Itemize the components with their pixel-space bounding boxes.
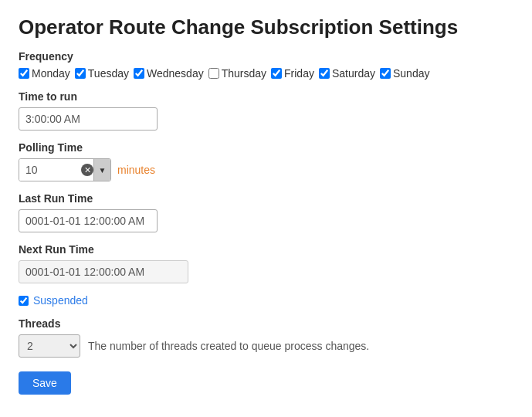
label-wednesday[interactable]: Wednesday [147,67,204,80]
last-run-time-group: Last Run Time [19,192,513,232]
checkbox-monday[interactable] [19,68,29,79]
time-to-run-group: Time to run [19,90,513,131]
frequency-label: Frequency [19,50,513,63]
polling-dropdown-button[interactable]: ▼ [93,159,110,181]
checkbox-sunday[interactable] [380,68,391,79]
frequency-item-friday: Friday [271,67,314,80]
threads-label: Threads [19,317,513,330]
suspended-checkbox[interactable] [19,296,29,306]
polling-time-input[interactable] [19,159,81,181]
save-button[interactable]: Save [19,371,71,395]
last-run-time-input[interactable] [19,209,158,232]
page-title: Operator Route Change Subscription Setti… [19,15,513,39]
polling-time-label: Polling Time [19,141,513,154]
polling-input-wrapper: ✕ ▼ [19,158,111,181]
checkbox-thursday[interactable] [208,68,219,79]
frequency-item-thursday: Thursday [208,67,266,80]
frequency-item-sunday: Sunday [380,67,429,80]
label-saturday[interactable]: Saturday [332,67,375,80]
checkbox-friday[interactable] [271,68,282,79]
next-run-time-label: Next Run Time [19,243,513,256]
next-run-time-group: Next Run Time [19,243,513,283]
threads-hint: The number of threads created to queue p… [88,340,369,352]
checkbox-saturday[interactable] [319,68,330,79]
polling-row: ✕ ▼ minutes [19,158,513,181]
threads-group: Threads 12345 The number of threads crea… [19,317,513,358]
threads-select[interactable]: 12345 [19,334,80,358]
threads-row: 12345 The number of threads created to q… [19,334,513,358]
label-thursday[interactable]: Thursday [222,67,266,80]
next-run-time-input [19,260,188,283]
minutes-label: minutes [117,164,155,176]
frequency-row: MondayTuesdayWednesdayThursdayFridaySatu… [19,67,513,80]
checkbox-tuesday[interactable] [75,68,86,79]
frequency-item-tuesday: Tuesday [75,67,129,80]
suspended-row: Suspended [19,294,513,307]
label-tuesday[interactable]: Tuesday [88,67,129,80]
time-to-run-label: Time to run [19,90,513,103]
frequency-item-saturday: Saturday [319,67,375,80]
frequency-item-wednesday: Wednesday [134,67,204,80]
frequency-item-monday: Monday [19,67,70,80]
polling-clear-button[interactable]: ✕ [81,164,93,176]
checkbox-wednesday[interactable] [134,68,144,79]
suspended-label[interactable]: Suspended [33,294,88,307]
label-sunday[interactable]: Sunday [393,67,429,80]
last-run-time-label: Last Run Time [19,192,513,205]
time-to-run-input[interactable] [19,107,158,131]
polling-time-group: Polling Time ✕ ▼ minutes [19,141,513,181]
label-monday[interactable]: Monday [32,67,70,80]
label-friday[interactable]: Friday [284,67,314,80]
